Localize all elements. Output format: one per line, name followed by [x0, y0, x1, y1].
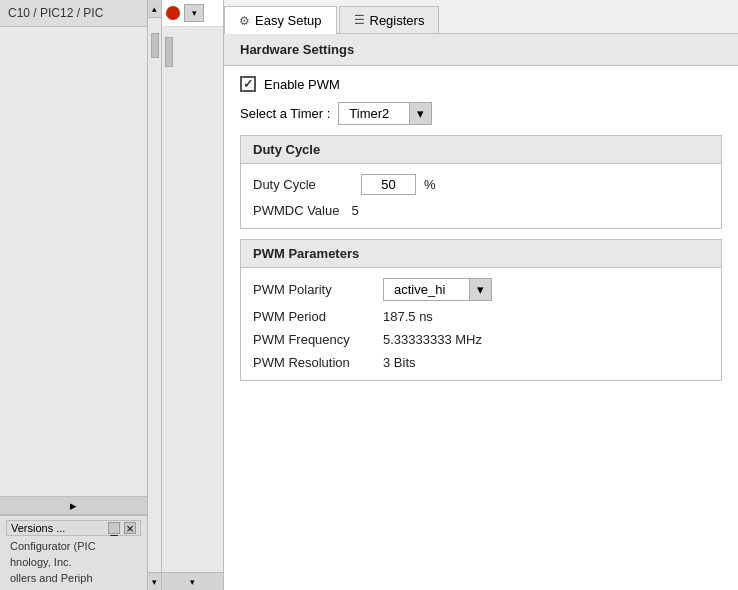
sidebar-title: C10 / PIC12 / PIC: [0, 0, 147, 27]
versions-bar: Versions ... _ ×: [6, 520, 141, 536]
pwmdc-row: PWMDC Value 5: [253, 203, 709, 218]
pwm-parameters-panel: PWM Parameters PWM Polarity active_hi ▾: [240, 239, 722, 381]
duty-cycle-content: Duty Cycle % PWMDC Value 5: [241, 164, 721, 228]
pwmdc-label: PWMDC Value: [253, 203, 339, 218]
timer-row: Select a Timer : Timer2 ▾: [240, 102, 722, 125]
enable-pwm-row: ✓ Enable PWM: [240, 76, 722, 92]
select-timer-label: Select a Timer :: [240, 106, 330, 121]
pwm-period-label: PWM Period: [253, 309, 383, 324]
duty-cycle-header: Duty Cycle: [241, 136, 721, 164]
enable-pwm-checkbox[interactable]: ✓: [240, 76, 256, 92]
sidebar-body: [0, 27, 147, 496]
timer-select[interactable]: Timer2 ▾: [338, 102, 432, 125]
pwm-frequency-row: PWM Frequency 5.33333333 MHz: [253, 332, 709, 347]
pwm-polarity-label: PWM Polarity: [253, 282, 383, 297]
pwm-period-row: PWM Period 187.5 ns: [253, 309, 709, 324]
pwm-frequency-label: PWM Frequency: [253, 332, 383, 347]
minimize-icon: _: [110, 521, 117, 536]
hardware-settings-header: Hardware Settings: [224, 34, 738, 66]
pwmdc-value: 5: [351, 203, 358, 218]
tab-easy-setup-label: Easy Setup: [255, 13, 322, 28]
pwm-resolution-value: 3 Bits: [383, 355, 416, 370]
pwm-parameters-header: PWM Parameters: [241, 240, 721, 268]
duty-cycle-unit: %: [424, 177, 436, 192]
tab-registers[interactable]: ☰ Registers: [339, 6, 440, 34]
versions-minimize-button[interactable]: _: [108, 522, 120, 534]
tabs-bar: ⚙ Easy Setup ☰ Registers: [224, 0, 738, 34]
narrow-scroll-panel: ▴ ▾: [148, 0, 162, 590]
narrow-scroll-track: [148, 18, 161, 572]
pwm-period-value: 187.5 ns: [383, 309, 433, 324]
versions-close-button[interactable]: ×: [124, 522, 136, 534]
sidebar-line2: hnology, Inc.: [6, 554, 141, 570]
duty-cycle-label: Duty Cycle: [253, 177, 353, 192]
sidebar-line3: ollers and Periph: [6, 570, 141, 586]
timer-select-arrow[interactable]: ▾: [409, 103, 431, 124]
left-panel-down-arrow[interactable]: ▾: [162, 572, 223, 590]
pwm-resolution-label: PWM Resolution: [253, 355, 383, 370]
gear-icon: ⚙: [239, 14, 250, 28]
left-icon-panel: ▾ ▾: [162, 0, 224, 590]
left-panel-scroll: [162, 27, 223, 572]
chevron-down-icon: ▾: [417, 106, 424, 121]
tab-easy-setup[interactable]: ⚙ Easy Setup: [224, 6, 337, 34]
main-content: ⚙ Easy Setup ☰ Registers Hardware Settin…: [224, 0, 738, 590]
red-circle-icon: [166, 6, 180, 20]
polarity-select-value: active_hi: [384, 279, 469, 300]
panel-dropdown-arrow[interactable]: ▾: [184, 4, 204, 22]
sidebar-scroll-down[interactable]: ▸: [0, 496, 147, 514]
enable-pwm-label: Enable PWM: [264, 77, 340, 92]
pwm-frequency-value: 5.33333333 MHz: [383, 332, 482, 347]
sidebar-scroll-down-icon: ▸: [70, 498, 77, 513]
chevron-down-icon: ▾: [477, 282, 484, 297]
narrow-up-arrow[interactable]: ▴: [148, 0, 161, 18]
pwm-polarity-row: PWM Polarity active_hi ▾: [253, 278, 709, 301]
timer-select-value: Timer2: [339, 103, 409, 124]
narrow-down-arrow[interactable]: ▾: [148, 572, 161, 590]
duty-cycle-input[interactable]: [361, 174, 416, 195]
close-icon: ×: [126, 521, 134, 536]
polarity-select-arrow[interactable]: ▾: [469, 279, 491, 300]
narrow-scroll-thumb: [151, 33, 159, 58]
left-panel-scroll-thumb: [165, 37, 173, 67]
duty-cycle-panel: Duty Cycle Duty Cycle % PWMDC Value 5: [240, 135, 722, 229]
register-icon: ☰: [354, 13, 365, 27]
polarity-select[interactable]: active_hi ▾: [383, 278, 492, 301]
sidebar-lower: Versions ... _ × Configurator (PIC hnolo…: [0, 514, 147, 590]
tab-registers-label: Registers: [370, 13, 425, 28]
pwm-resolution-row: PWM Resolution 3 Bits: [253, 355, 709, 370]
content-body: ✓ Enable PWM Select a Timer : Timer2 ▾ D…: [224, 66, 738, 391]
duty-cycle-row: Duty Cycle %: [253, 174, 709, 195]
checkbox-check-icon: ✓: [243, 77, 253, 91]
sidebar-line1: Configurator (PIC: [6, 538, 141, 554]
sidebar: C10 / PIC12 / PIC ▸ Versions ... _ × Con…: [0, 0, 148, 590]
versions-title: Versions ...: [11, 522, 104, 534]
pwm-parameters-content: PWM Polarity active_hi ▾ PWM Period 187.…: [241, 268, 721, 380]
red-circle-row: ▾: [162, 0, 223, 27]
